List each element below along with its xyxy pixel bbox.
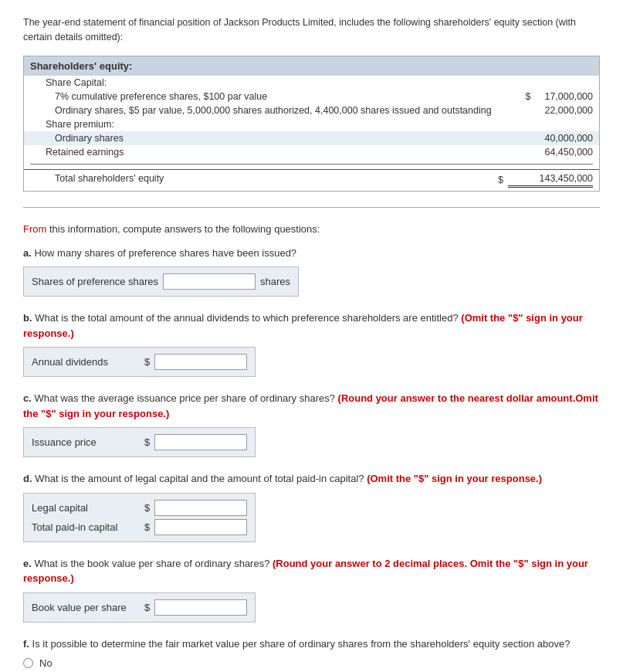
pref-shares-row: 7% cumulative preference shares, $100 pa… (24, 90, 599, 104)
q-d-legal-input[interactable] (154, 500, 247, 516)
ordinary-amount: 22,000,000 (508, 105, 593, 116)
retained-earnings-row: Retained earnings 64,450,000 (24, 145, 599, 159)
share-premium-ordinary-amount: 40,000,000 (508, 133, 593, 144)
share-premium-label: Share premium: (30, 119, 508, 130)
question-e-text: e. What is the book value per share of o… (23, 556, 600, 586)
pref-amount: 17,000,000 (544, 91, 593, 102)
q-d-total-row: Total paid-in capital $ (32, 519, 247, 535)
share-premium-ordinary-label: Ordinary shares (30, 133, 508, 144)
q-a-input[interactable] (163, 273, 256, 290)
share-capital-label: Share Capital: (30, 77, 508, 88)
q-c-dollar: $ (144, 436, 150, 448)
question-f-text: f. Is it possible to determine the fair … (23, 636, 600, 652)
section-divider (23, 207, 600, 208)
q-a-label: Shares of preference shares (32, 276, 158, 287)
divider (30, 164, 593, 165)
q-b-dollar: $ (144, 356, 150, 368)
q-c-input[interactable] (154, 434, 247, 450)
question-c-answer-box: Issuance price $ (23, 427, 256, 457)
q-b-input[interactable] (154, 354, 247, 370)
question-a-text: a. How many shares of preference shares … (23, 246, 600, 261)
equity-header: Shareholders' equity: (24, 56, 599, 76)
q-d-legal-row: Legal capital $ (32, 500, 247, 516)
from-info-text: From this information, compute answers t… (23, 223, 600, 235)
intro-paragraph: The year-end statement of financial posi… (23, 15, 600, 45)
question-b-text: b. What is the total amount of the annua… (23, 311, 600, 341)
equity-table: Shareholders' equity: Share Capital: 7% … (23, 56, 600, 192)
q-c-label: Issuance price (32, 436, 140, 448)
question-f-radio-group: No Yes (23, 657, 600, 672)
question-e-answer-box: Book value per share $ (23, 592, 256, 623)
question-a: a. How many shares of preference shares … (23, 246, 600, 297)
retained-earnings-label: Retained earnings (30, 147, 508, 158)
question-f: f. Is it possible to determine the fair … (23, 636, 600, 673)
q-f-no-option[interactable]: No (23, 657, 600, 669)
q-d-total-label: Total paid-in capital (32, 521, 140, 533)
total-amount: 143,450,000 (508, 173, 593, 188)
question-d-answer-box: Legal capital $ Total paid-in capital $ (23, 493, 256, 542)
question-d-text: d. What is the amount of legal capital a… (23, 471, 600, 487)
share-capital-row: Share Capital: (24, 76, 599, 90)
ordinary-shares-label: Ordinary shares, $5 par value, 5,000,000… (30, 105, 508, 116)
share-premium-ordinary-row: Ordinary shares 40,000,000 (24, 131, 599, 145)
retained-earnings-amount: 64,450,000 (508, 147, 593, 158)
questions-section: From this information, compute answers t… (23, 223, 600, 673)
total-label: Total shareholders' equity (30, 173, 164, 188)
question-e: e. What is the book value per share of o… (23, 556, 600, 623)
pref-shares-label: 7% cumulative preference shares, $100 pa… (30, 91, 469, 102)
q-a-unit: shares (260, 276, 290, 287)
q-d-legal-label: Legal capital (32, 502, 140, 514)
question-a-answer-box: Shares of preference shares shares (23, 266, 299, 297)
question-c-text: c. What was the average issuance price p… (23, 391, 600, 421)
question-c: c. What was the average issuance price p… (23, 391, 600, 457)
total-equity-row: Total shareholders' equity $ 143,450,000 (24, 169, 599, 191)
question-b: b. What is the total amount of the annua… (23, 311, 600, 377)
q-d-legal-dollar: $ (144, 502, 150, 514)
q-b-label: Annual dividends (32, 356, 140, 368)
ordinary-shares-row: Ordinary shares, $5 par value, 5,000,000… (24, 104, 599, 117)
q-e-input[interactable] (154, 599, 247, 616)
question-d: d. What is the amount of legal capital a… (23, 471, 600, 542)
q-e-dollar: $ (144, 602, 150, 613)
question-b-answer-box: Annual dividends $ (23, 347, 256, 377)
q-d-total-input[interactable] (154, 519, 247, 535)
q-f-no-radio[interactable] (23, 658, 33, 668)
pref-dollar: $ (525, 91, 537, 102)
q-e-label: Book value per share (32, 602, 140, 613)
q-d-total-dollar: $ (144, 521, 150, 533)
total-dollar: $ (498, 175, 503, 185)
q-f-no-label: No (39, 657, 52, 669)
share-premium-row: Share premium: (24, 117, 599, 131)
